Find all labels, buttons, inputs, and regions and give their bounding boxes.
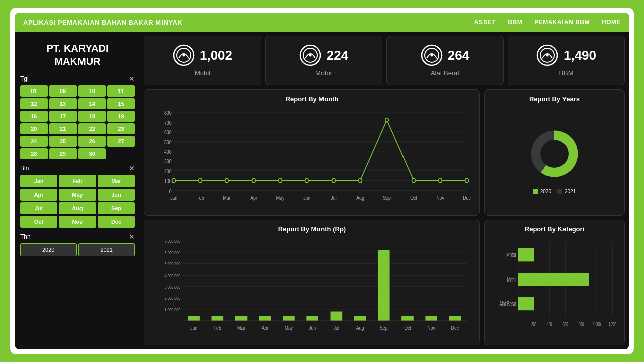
svg-point-49 [359,178,362,183]
kpi-value: 1,490 [564,48,596,63]
date-btn-14[interactable]: 14 [78,98,106,109]
svg-rect-70 [188,316,200,320]
outer-frame: APLIKASI PEMAKAIAN BAHAN BAKAR MINYAK AS… [10,8,634,354]
date-btn-22[interactable]: 22 [78,123,106,134]
company-name: PT. KARYADIMAKMUR [20,42,135,68]
svg-text:-: - [518,321,519,327]
charts-bottom-row: Report By Month (Rp) -1,000,0002,000,000… [144,220,625,346]
date-btn-10[interactable]: 10 [78,85,106,97]
date-btn-28[interactable]: 28 [20,148,48,159]
svg-text:700: 700 [164,120,172,126]
app-title: APLIKASI PEMAKAIAN BAHAN BAKAR MINYAK [23,19,182,26]
year-clear-icon[interactable]: ✕ [129,233,135,241]
date-btn-01[interactable]: 01 [20,85,48,97]
year-btn-2021[interactable]: 2021 [78,243,135,256]
date-btn-09[interactable]: 09 [49,85,77,97]
month-btn-Dec[interactable]: Dec [98,216,135,228]
month-grid: JanFebMarAprMayJunJulAugSepOctNovDec [20,175,135,228]
kpi-value: 1,002 [200,48,232,63]
kpi-card-mobil: 1,002 Mobil [144,36,261,85]
date-btn-21[interactable]: 21 [49,123,77,134]
year-grid: 20202021 [20,243,135,256]
date-btn-18[interactable]: 18 [78,111,106,122]
date-btn-19[interactable]: 19 [107,111,135,122]
month-btn-Oct[interactable]: Oct [20,216,57,228]
chart-by-month-rp-card: Report By Month (Rp) -1,000,0002,000,000… [144,220,480,346]
svg-rect-78 [283,316,295,320]
kpi-label: Alat Berat [431,69,459,77]
month-btn-Feb[interactable]: Feb [59,175,96,187]
date-btn-27[interactable]: 27 [107,136,135,147]
svg-text:6,000,000: 6,000,000 [164,250,180,255]
svg-text:0: 0 [169,188,172,194]
svg-point-46 [279,178,282,183]
month-clear-icon[interactable]: ✕ [129,164,135,172]
svg-text:100: 100 [164,178,172,185]
svg-text:400: 400 [164,149,172,155]
month-btn-Jul[interactable]: Jul [20,202,57,214]
svg-rect-110 [518,273,589,286]
month-btn-Apr[interactable]: Apr [20,189,57,201]
chart-by-month-rp-area: -1,000,0002,000,0003,000,0004,000,0005,0… [151,236,472,340]
kpi-card-bbm: 1,490 BBM [508,36,625,85]
month-btn-Jun[interactable]: Jun [98,189,135,201]
nav-home[interactable]: HOME [602,19,621,26]
kpi-label: BBM [559,69,573,77]
date-btn-17[interactable]: 17 [49,111,77,122]
legend-2021: 2021 [557,189,576,194]
nav-links: ASSET BBM PEMAKAIAN BBM HOME [474,19,621,26]
svg-text:5,000,000: 5,000,000 [164,261,180,266]
date-btn-24[interactable]: 24 [20,136,48,147]
svg-text:600: 600 [164,129,172,135]
svg-text:1,000,000: 1,000,000 [164,307,180,312]
gauge-icon [536,44,558,66]
month-btn-Sep[interactable]: Sep [98,202,135,214]
date-btn-13[interactable]: 13 [49,98,77,109]
date-btn-30[interactable]: 30 [78,148,106,159]
svg-text:Feb: Feb [196,195,204,201]
svg-text:Apr: Apr [250,195,257,201]
date-clear-icon[interactable]: ✕ [129,75,135,83]
date-btn-20[interactable]: 20 [20,123,48,134]
svg-text:500: 500 [164,139,172,145]
svg-text:May: May [285,325,293,331]
svg-text:200: 200 [164,168,172,174]
date-btn-12[interactable]: 12 [20,98,48,109]
svg-rect-84 [354,316,366,320]
svg-rect-80 [306,316,318,320]
kpi-row: 1,002 Mobil 224 Motor 264 Alat Berat 1,4… [144,36,625,85]
donut-wrapper: 2020 2021 [492,106,617,210]
top-nav: APLIKASI PEMAKAIAN BAHAN BAKAR MINYAK AS… [15,13,629,32]
svg-point-45 [252,178,256,183]
gauge-icon [173,44,195,66]
charts-top-row: Report By Month 010020030040050060070080… [144,89,625,216]
month-btn-Mar[interactable]: Mar [98,175,135,187]
date-btn-25[interactable]: 25 [49,136,77,147]
month-btn-Aug[interactable]: Aug [59,202,96,214]
month-btn-Nov[interactable]: Nov [59,216,96,228]
svg-text:3,000,000: 3,000,000 [164,285,180,290]
gauge-icon [421,44,443,66]
year-btn-2020[interactable]: 2020 [20,243,77,256]
svg-point-51 [412,178,416,183]
svg-text:Jul: Jul [331,195,336,201]
nav-asset[interactable]: ASSET [474,19,496,26]
svg-text:Mobil: Mobil [507,276,516,283]
date-btn-29[interactable]: 29 [49,148,77,159]
date-btn-16[interactable]: 16 [20,111,48,122]
svg-text:1,200: 1,200 [609,321,617,327]
svg-text:Aug: Aug [356,325,364,331]
nav-bbm[interactable]: BBM [508,19,522,26]
nav-pemakaian[interactable]: PEMAKAIAN BBM [534,19,590,26]
svg-point-53 [465,178,469,183]
month-btn-May[interactable]: May [59,189,96,201]
date-btn-23[interactable]: 23 [107,123,135,134]
date-btn-11[interactable]: 11 [107,85,135,97]
chart-by-years-card: Report By Years 2020 2021 [484,89,625,216]
svg-rect-74 [235,316,248,320]
date-btn-15[interactable]: 15 [107,98,135,109]
date-btn-26[interactable]: 26 [78,136,106,147]
month-btn-Jan[interactable]: Jan [20,175,57,187]
svg-point-52 [439,178,442,183]
date-filter-section: Tgl ✕ 0109101112131415161718192021222324… [20,75,135,159]
